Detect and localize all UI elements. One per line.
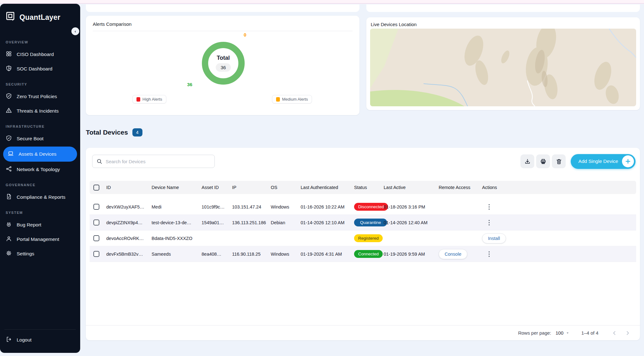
page: QuantLayer ‹ OVERVIEW CISO Dashboard SOC… xyxy=(0,0,644,356)
row-checkbox[interactable] xyxy=(93,251,99,257)
select-all-checkbox[interactable] xyxy=(93,185,99,191)
live-devices-location-card: Live Devices Location xyxy=(366,17,640,110)
sidebar-item-label: Secure Boot xyxy=(17,136,43,142)
sidebar-item-bug-report[interactable]: Bug Report xyxy=(0,218,80,232)
legend-label: Medium Alerts xyxy=(282,97,308,102)
row-actions-menu-button[interactable] xyxy=(485,202,493,212)
network-nodes-icon xyxy=(6,166,12,173)
column-header-asset-id: Asset ID xyxy=(202,185,232,190)
alerts-comparison-card: Alerts Comparison Total 36 0 36 High Ale… xyxy=(86,16,359,115)
trash-icon xyxy=(556,158,562,165)
cell-last-active: 01-19-2026 9:59 AM xyxy=(384,252,439,257)
rows-per-page-label: Rows per page: xyxy=(518,330,551,336)
sidebar-collapse-button[interactable]: ‹ xyxy=(71,27,79,35)
sidebar-item-zero-trust-policies[interactable]: Zero Trust Policies xyxy=(0,89,80,104)
cell-last-authenticated: 01-14-2026 12:10 AM xyxy=(301,220,354,225)
column-header-os: OS xyxy=(271,185,301,190)
table-row: devoAccROvRK… Bdata-IND5-XXXZO Registere… xyxy=(90,231,636,246)
sidebar-divider xyxy=(4,329,76,330)
console-button[interactable]: Console xyxy=(439,249,467,259)
section-label-infrastructure: INFRASTRUCTURE xyxy=(6,125,80,128)
scrolled-card-stub-left xyxy=(86,4,359,12)
kebab-icon xyxy=(488,251,490,257)
sidebar-item-ciso-dashboard[interactable]: CISO Dashboard xyxy=(0,47,80,62)
user-icon xyxy=(6,236,12,243)
caret-down-icon xyxy=(566,331,569,335)
brand-name: QuantLayer xyxy=(19,13,60,22)
download-button[interactable] xyxy=(520,154,534,168)
table-body: devXW2uyXAF5… Medi 101c9f9c… 103.151.47.… xyxy=(90,199,636,262)
cell-asset-id: 1549a01… xyxy=(202,220,232,225)
row-checkbox[interactable] xyxy=(93,220,99,225)
column-header-remote-access: Remote Access xyxy=(439,185,482,190)
column-header-last-active: Last Active xyxy=(384,185,439,190)
next-page-button[interactable] xyxy=(624,329,632,337)
sidebar-bottom: Logout xyxy=(0,329,80,353)
sidebar-item-threats-incidents[interactable]: Threats & Incidents xyxy=(0,104,80,118)
sidebar-item-soc-dashboard[interactable]: SOC Dashboard xyxy=(0,62,80,76)
row-actions-menu-button[interactable] xyxy=(485,249,493,259)
add-single-device-button[interactable]: Add Single Device xyxy=(571,154,636,169)
status-badge: Registered xyxy=(354,234,383,242)
donut-callout-low: 36 xyxy=(187,82,192,87)
total-devices-heading: Total Devices 4 xyxy=(86,128,142,136)
sidebar-item-secure-boot[interactable]: Secure Boot xyxy=(0,131,80,146)
sidebar-item-compliance-reports[interactable]: Compliance & Reports xyxy=(0,190,80,204)
shield-half-icon xyxy=(6,65,12,73)
alerts-legend: High Alerts Medium Alerts Low Alerts xyxy=(86,95,359,104)
sidebar-item-network-topology[interactable]: Network & Topology xyxy=(0,162,80,177)
legend-swatch-high xyxy=(136,97,140,102)
cell-id: devpiZZtNX9p4… xyxy=(106,220,152,225)
map-canvas[interactable] xyxy=(370,29,636,106)
print-button[interactable] xyxy=(536,154,550,168)
cell-last-active: 01-18-2026 3:16 PM xyxy=(384,204,439,209)
column-header-ip: IP xyxy=(232,185,271,190)
donut-total-label: Total xyxy=(217,55,230,61)
logout-icon xyxy=(6,336,12,344)
cell-asset-id: 101c9f9c… xyxy=(202,204,232,209)
brand: QuantLayer xyxy=(0,4,80,25)
cell-asset-id: 8ea408… xyxy=(202,252,232,257)
cell-ip: 103.151.47.24 xyxy=(232,204,271,209)
donut-total-value: 36 xyxy=(216,63,231,72)
sidebar-item-assets-devices[interactable]: Assets & Devices xyxy=(3,147,77,162)
section-label-governance: GOVERNANCE xyxy=(6,183,80,187)
column-header-device-name: Device Name xyxy=(152,185,202,190)
laptop-icon xyxy=(8,150,14,158)
sidebar-item-portal-management[interactable]: Portal Management xyxy=(0,232,80,247)
section-label-system: SYSTEM xyxy=(6,211,80,214)
legend-swatch-medium xyxy=(276,97,280,102)
cell-ip: 136.113.251.186 xyxy=(232,220,271,225)
install-button[interactable]: Install xyxy=(482,233,506,243)
cell-device-name: Bdata-IND5-XXXZO xyxy=(152,236,202,241)
sidebar-item-label: Portal Management xyxy=(17,236,59,242)
legend-high-alerts[interactable]: High Alerts xyxy=(132,95,166,103)
pagination-arrows xyxy=(610,329,632,337)
rows-per-page-select[interactable]: 100 xyxy=(556,330,569,336)
sidebar-item-settings[interactable]: Settings xyxy=(0,247,80,261)
legend-medium-alerts[interactable]: Medium Alerts xyxy=(272,95,312,103)
cell-last-authenticated: 01-19-2026 4:31 AM xyxy=(301,252,354,257)
search-box xyxy=(92,155,215,168)
cell-last-authenticated: 01-16-2026 10:22 AM xyxy=(301,204,354,209)
column-header-actions: Actions xyxy=(482,185,636,190)
row-checkbox[interactable] xyxy=(93,204,99,210)
kebab-icon xyxy=(488,204,490,210)
row-checkbox[interactable] xyxy=(93,235,99,241)
sidebar-nav: OVERVIEW CISO Dashboard SOC Dashboard SE… xyxy=(0,25,80,329)
total-devices-title: Total Devices xyxy=(86,129,128,136)
cell-device-name: test-device-13-de… xyxy=(152,220,202,225)
status-badge: Disconnected xyxy=(354,203,388,211)
status-badge: Quarantine xyxy=(354,219,387,226)
row-actions-menu-button[interactable] xyxy=(485,217,493,228)
previous-page-button[interactable] xyxy=(610,329,619,337)
cell-id: devoAccROvRK… xyxy=(106,236,152,241)
shield-tick-icon xyxy=(6,135,12,142)
logout-button[interactable]: Logout xyxy=(0,333,80,347)
donut-callout-medium: 0 xyxy=(244,32,246,37)
search-input[interactable] xyxy=(92,155,215,168)
devices-table-card: Add Single Device ID Device Name Asset I… xyxy=(86,148,640,340)
column-header-id: ID xyxy=(106,185,152,190)
delete-button[interactable] xyxy=(552,154,566,168)
sidebar: QuantLayer ‹ OVERVIEW CISO Dashboard SOC… xyxy=(0,4,80,353)
